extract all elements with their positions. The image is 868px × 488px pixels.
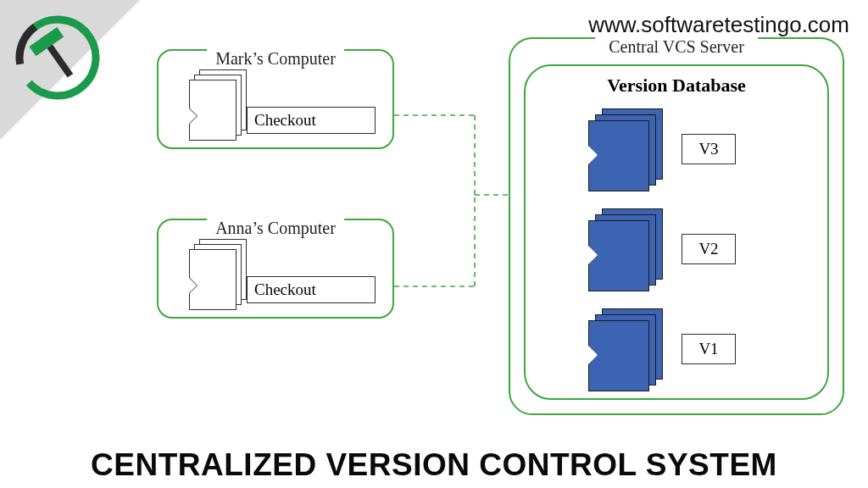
version-row: V1 xyxy=(588,307,736,391)
version-label: V3 xyxy=(682,134,736,164)
website-url: www.softwaretestingo.com xyxy=(588,12,849,38)
version-row: V3 xyxy=(588,107,736,191)
folder-stack-icon xyxy=(588,208,663,290)
checkout-box: Checkout xyxy=(247,107,376,134)
client-box-mark: Mark’s Computer Checkout xyxy=(157,49,394,149)
page-title: CENTRALIZED VERSION CONTROL SYSTEM xyxy=(0,447,868,483)
folder-stack-icon xyxy=(588,308,663,390)
version-database-box: Version Database V3 V2 V1 xyxy=(524,64,829,400)
client-label: Anna’s Computer xyxy=(207,219,344,238)
server-label: Central VCS Server xyxy=(595,37,758,57)
central-vcs-server-box: Central VCS Server Version Database V3 V… xyxy=(509,37,844,415)
document-stack-icon xyxy=(189,239,245,307)
document-stack-icon xyxy=(189,69,245,137)
checkout-box: Checkout xyxy=(247,276,376,303)
client-label: Mark’s Computer xyxy=(207,49,344,69)
client-box-anna: Anna’s Computer Checkout xyxy=(157,219,394,319)
version-row: V2 xyxy=(588,207,736,291)
folder-stack-icon xyxy=(588,108,663,190)
vcs-diagram: Mark’s Computer Checkout Anna’s Computer… xyxy=(0,42,868,437)
version-label: V1 xyxy=(682,334,736,364)
version-label: V2 xyxy=(682,234,736,264)
version-database-label: Version Database xyxy=(526,75,827,97)
